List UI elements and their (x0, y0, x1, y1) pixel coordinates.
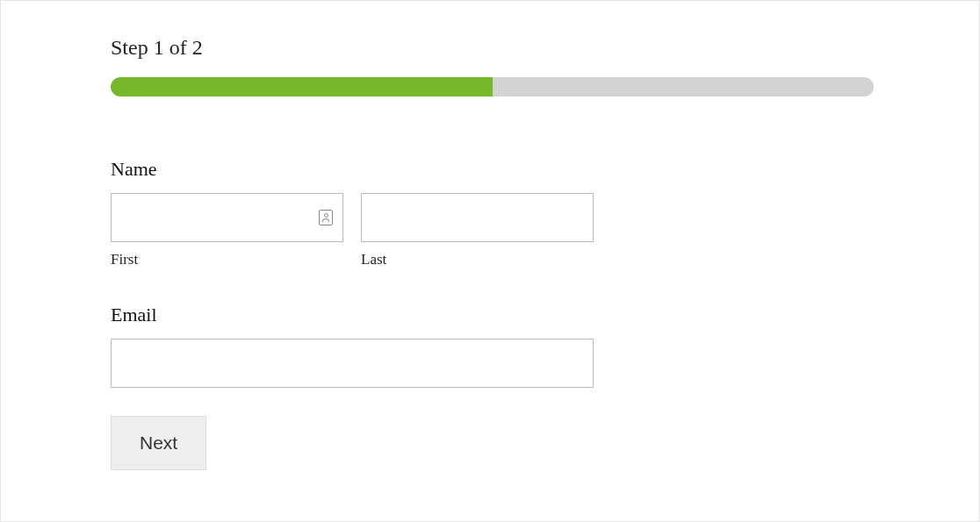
first-name-wrapper (111, 193, 343, 242)
progress-fill (111, 77, 493, 97)
name-group: Name First Last (111, 158, 874, 268)
first-name-input[interactable] (111, 193, 343, 242)
form-container: Step 1 of 2 Name First Last (0, 0, 980, 522)
last-name-field: Last (361, 193, 594, 268)
progress-bar (111, 77, 874, 97)
first-name-field: First (111, 193, 343, 268)
first-name-sublabel: First (111, 251, 343, 268)
name-fields: First Last (111, 193, 874, 268)
email-group: Email (111, 304, 874, 388)
email-label: Email (111, 304, 874, 326)
step-title: Step 1 of 2 (111, 36, 874, 60)
email-input[interactable] (111, 339, 594, 388)
next-button[interactable]: Next (111, 416, 206, 470)
autofill-contact-icon[interactable] (319, 210, 333, 225)
name-label: Name (111, 158, 874, 181)
last-name-sublabel: Last (361, 251, 594, 268)
last-name-input[interactable] (361, 193, 594, 242)
